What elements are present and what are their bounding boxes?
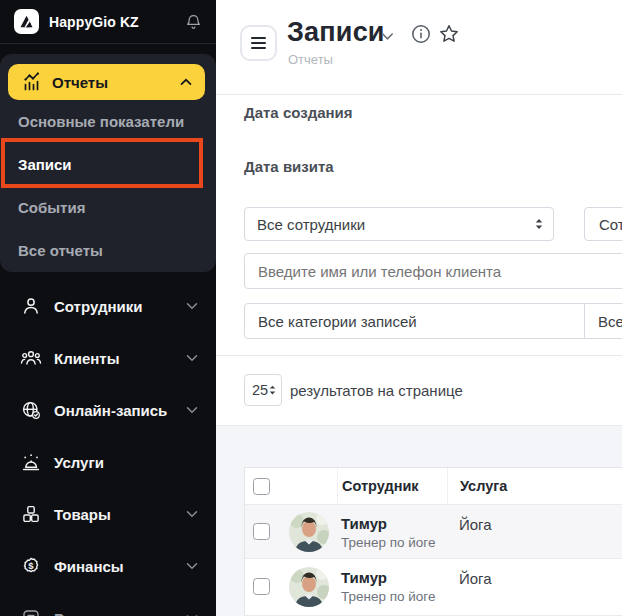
- service-name: Йога: [459, 516, 492, 533]
- chevron-up-icon: [180, 78, 192, 86]
- chevron-down-icon: [186, 302, 198, 310]
- info-icon[interactable]: [411, 24, 431, 44]
- chart-icon: [21, 71, 43, 93]
- sidebar-item-clients[interactable]: Клиенты: [0, 332, 216, 384]
- divider: [216, 355, 622, 356]
- sidebar-item-records[interactable]: Записи: [0, 143, 216, 186]
- globe-check-icon: [20, 400, 42, 420]
- employee-name: Тимур: [341, 569, 387, 586]
- calculator-icon: [20, 608, 42, 616]
- title-chevron-down-icon[interactable]: [381, 32, 394, 41]
- sidebar-item-products[interactable]: Товары: [0, 488, 216, 540]
- employee-role: Тренер по йоге: [341, 535, 435, 550]
- service-name: Йога: [459, 570, 492, 587]
- sidebar-item-main-indicators[interactable]: Основные показатели: [0, 100, 216, 143]
- brand-logo-icon[interactable]: [14, 9, 39, 34]
- per-page-select[interactable]: 25: [244, 374, 282, 406]
- employee-secondary-field[interactable]: Сотр: [584, 207, 622, 241]
- sidebar-item-label: Клиенты: [54, 350, 119, 367]
- date-created-label: Дата создания: [244, 104, 353, 121]
- header-checkbox-cell: [245, 468, 337, 504]
- svg-text:$: $: [28, 560, 34, 571]
- row-checkbox[interactable]: [253, 523, 270, 540]
- reports-submenu: Основные показатели Записи События Все о…: [0, 100, 216, 272]
- select-all-checkbox[interactable]: [253, 478, 270, 495]
- service-bell-icon: [20, 451, 42, 473]
- categories-select-value: Все категории записей: [258, 313, 417, 330]
- person-icon: [20, 296, 42, 316]
- select-stepper-icon: [534, 216, 544, 232]
- sidebar-item-label: Онлайн-запись: [54, 402, 167, 419]
- sidebar-item-label: Товары: [54, 506, 111, 523]
- client-search-field: [244, 253, 622, 289]
- dollar-coin-icon: $: [20, 556, 42, 576]
- sidebar-item-finances[interactable]: $ Финансы: [0, 540, 216, 592]
- chevron-down-icon: [186, 354, 198, 362]
- favorite-star-icon[interactable]: [438, 23, 460, 45]
- column-header-service: Услуга: [447, 468, 622, 504]
- breadcrumb: Отчеты: [288, 52, 333, 67]
- sidebar-item-label: Финансы: [54, 558, 124, 575]
- categories-secondary-value: Все: [598, 313, 622, 330]
- sidebar-item-label: Услуги: [54, 454, 104, 471]
- employee-role: Тренер по йоге: [341, 589, 435, 604]
- employee-secondary-value: Сотр: [599, 216, 622, 233]
- employee-name: Тимур: [341, 515, 387, 532]
- avatar: [289, 512, 329, 552]
- notifications-bell-icon[interactable]: [185, 13, 202, 31]
- chevron-down-icon: [186, 510, 198, 518]
- per-page-label: результатов на странице: [290, 382, 463, 399]
- sidebar-item-payroll[interactable]: Расчет зарплат: [0, 592, 216, 616]
- sidebar-nav: Сотрудники Клиенты: [0, 280, 216, 616]
- categories-secondary-select[interactable]: Все: [584, 304, 622, 338]
- table-row[interactable]: Тимур Тренер по йоге Йога: [245, 505, 622, 559]
- employees-select-value: Все сотрудники: [257, 216, 365, 233]
- column-header-employee: Сотрудник: [337, 468, 447, 504]
- sidebar-item-all-reports[interactable]: Все отчеты: [0, 229, 216, 272]
- divider: [216, 94, 622, 95]
- sidebar-item-online-booking[interactable]: Онлайн-запись: [0, 384, 216, 436]
- sidebar-item-employees[interactable]: Сотрудники: [0, 280, 216, 332]
- row-checkbox[interactable]: [253, 578, 270, 595]
- reports-menu-group: Отчеты Основные показатели Записи Событи…: [0, 54, 216, 272]
- menu-toggle-button[interactable]: [240, 25, 277, 61]
- categories-select[interactable]: Все категории записей: [245, 313, 584, 330]
- sidebar-item-label: Расчет зарплат: [54, 610, 168, 616]
- client-search-input[interactable]: [245, 254, 622, 288]
- page-title: Записи: [287, 17, 385, 48]
- sidebar-header: HappyGio KZ: [0, 0, 216, 44]
- sidebar-item-reports[interactable]: Отчеты: [8, 64, 205, 100]
- categories-filter-group: Все категории записей Все: [244, 303, 622, 339]
- chevron-down-icon: [186, 562, 198, 570]
- sidebar: HappyGio KZ Отчеты: [0, 0, 216, 616]
- sidebar-item-events[interactable]: События: [0, 186, 216, 229]
- table-header-row: Сотрудник Услуга: [245, 468, 622, 505]
- sidebar-item-label: Отчеты: [52, 74, 108, 91]
- select-stepper-icon: [268, 383, 277, 397]
- sidebar-item-label: Сотрудники: [54, 298, 142, 315]
- main-content: Записи Отчеты Дата создания Дата визита …: [216, 0, 622, 616]
- avatar: [289, 567, 329, 607]
- per-page-value: 25: [252, 382, 268, 398]
- people-icon: [20, 348, 42, 368]
- records-table: Сотрудник Услуга Тимур Тренер по йоге: [244, 467, 622, 616]
- chevron-down-icon: [186, 406, 198, 414]
- app-root: { "app": {"brand": "HappyGio KZ"}, "colo…: [0, 0, 622, 616]
- boxes-icon: [20, 504, 42, 524]
- table-row[interactable]: Тимур Тренер по йоге Йога: [245, 559, 622, 616]
- date-visit-label: Дата визита: [244, 158, 334, 175]
- employees-select[interactable]: Все сотрудники: [244, 207, 554, 241]
- brand-title: HappyGio KZ: [49, 14, 139, 30]
- sidebar-item-services[interactable]: Услуги: [0, 436, 216, 488]
